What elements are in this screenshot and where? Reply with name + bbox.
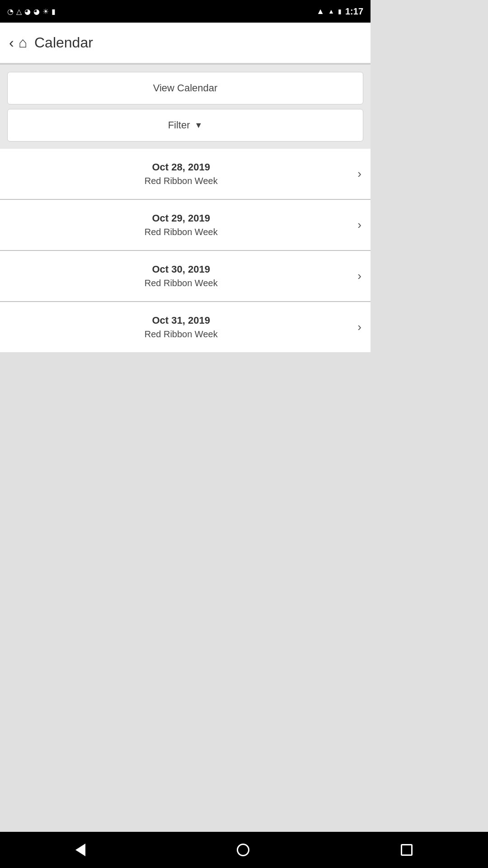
status-icon-3: ◕ <box>33 7 40 16</box>
filter-button[interactable]: Filter ▼ <box>7 109 363 142</box>
page-title: Calendar <box>34 34 93 51</box>
status-icon-brightness: ☀ <box>42 7 49 16</box>
event-content: Oct 28, 2019Red Ribbon Week <box>9 161 353 186</box>
chevron-right-icon: › <box>357 218 361 232</box>
event-content: Oct 30, 2019Red Ribbon Week <box>9 264 353 288</box>
status-icon-2: ◕ <box>24 7 31 16</box>
wifi-icon: ▲ <box>316 7 324 16</box>
event-name: Red Ribbon Week <box>9 329 353 340</box>
home-button[interactable]: ⌂ <box>19 34 27 51</box>
event-content: Oct 31, 2019Red Ribbon Week <box>9 315 353 340</box>
status-icon-storage: ▮ <box>52 7 56 16</box>
status-time: 1:17 <box>345 6 363 17</box>
action-buttons-container: View Calendar Filter ▼ <box>0 65 371 149</box>
event-date: Oct 29, 2019 <box>9 212 353 224</box>
signal-icon: ▲ <box>328 8 334 15</box>
event-date: Oct 28, 2019 <box>9 161 353 173</box>
empty-area <box>0 352 371 533</box>
event-content: Oct 29, 2019Red Ribbon Week <box>9 212 353 237</box>
view-calendar-button[interactable]: View Calendar <box>7 72 363 104</box>
status-bar: ◔ △ ◕ ◕ ☀ ▮ ▲ ▲ ▮ 1:17 <box>0 0 371 23</box>
filter-dropdown-icon: ▼ <box>195 121 203 130</box>
event-list-item[interactable]: Oct 29, 2019Red Ribbon Week› <box>0 200 371 250</box>
status-icons-right: ▲ ▲ ▮ 1:17 <box>316 6 363 17</box>
battery-icon: ▮ <box>338 8 342 15</box>
event-date: Oct 31, 2019 <box>9 315 353 326</box>
app-bar: ‹ ⌂ Calendar <box>0 23 371 63</box>
status-icon-1: ◔ <box>7 7 14 16</box>
event-date: Oct 30, 2019 <box>9 264 353 275</box>
status-icon-warning: △ <box>16 7 22 16</box>
events-list: Oct 28, 2019Red Ribbon Week›Oct 29, 2019… <box>0 149 371 352</box>
status-icons-left: ◔ △ ◕ ◕ ☀ ▮ <box>7 7 56 16</box>
event-name: Red Ribbon Week <box>9 278 353 288</box>
event-name: Red Ribbon Week <box>9 176 353 186</box>
event-list-item[interactable]: Oct 31, 2019Red Ribbon Week› <box>0 302 371 352</box>
filter-label: Filter <box>168 119 190 131</box>
event-name: Red Ribbon Week <box>9 227 353 237</box>
event-list-item[interactable]: Oct 28, 2019Red Ribbon Week› <box>0 149 371 199</box>
back-button[interactable]: ‹ <box>9 34 14 51</box>
chevron-right-icon: › <box>357 167 361 181</box>
chevron-right-icon: › <box>357 320 361 334</box>
event-list-item[interactable]: Oct 30, 2019Red Ribbon Week› <box>0 251 371 302</box>
chevron-right-icon: › <box>357 269 361 283</box>
